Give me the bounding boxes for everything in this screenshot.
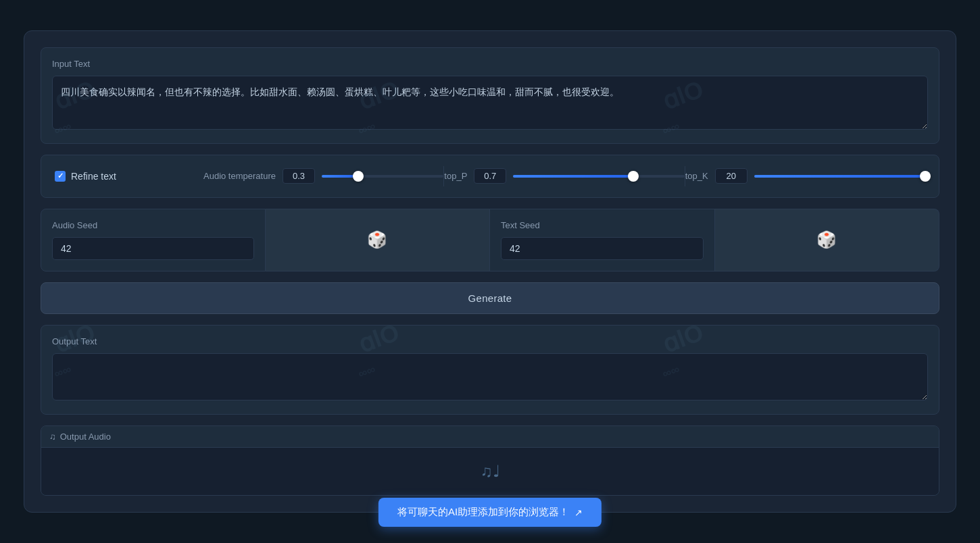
top-p-track[interactable] — [513, 170, 684, 183]
refine-checkbox[interactable] — [55, 171, 66, 182]
dice-icon-text: 🎲 — [816, 230, 837, 249]
bottom-banner[interactable]: 将可聊天的AI助理添加到你的浏览器！ ↗ — [378, 498, 602, 527]
input-text-area[interactable] — [52, 76, 928, 130]
refine-label: Refine text — [71, 171, 116, 182]
top-p-group: top_P 0.7 — [444, 168, 684, 184]
music-placeholder-icon: ♫♩ — [481, 462, 500, 481]
audio-content-area: ♫♩ — [41, 448, 939, 495]
top-p-label: top_P — [444, 171, 467, 181]
generate-button[interactable]: Generate — [41, 282, 939, 314]
refine-section: Refine text — [55, 171, 203, 182]
audio-temperature-label: Audio temperature — [203, 171, 276, 181]
input-text-label: Input Text — [52, 59, 928, 69]
top-k-track[interactable] — [754, 170, 925, 183]
output-text-area[interactable] — [52, 353, 928, 401]
text-seed-dice[interactable]: 🎲 — [715, 209, 940, 272]
output-audio-header: ♫ Output Audio — [41, 426, 939, 448]
main-container: Input Text Refine text Audio temperature… — [24, 30, 956, 513]
output-audio-label: Output Audio — [60, 432, 111, 442]
bottom-banner-text: 将可聊天的AI助理添加到你的浏览器！ — [397, 506, 569, 519]
dice-icon-audio: 🎲 — [367, 230, 387, 249]
output-text-section: Output Text — [41, 325, 939, 415]
audio-seed-input[interactable] — [52, 237, 254, 260]
audio-note-icon: ♫ — [49, 432, 56, 442]
top-k-label: top_K — [685, 171, 708, 181]
top-k-value: 20 — [715, 168, 748, 184]
text-seed-box: Text Seed — [490, 209, 715, 272]
external-link-icon: ↗ — [574, 507, 583, 518]
audio-seed-dice[interactable]: 🎲 — [266, 209, 491, 272]
input-text-section: Input Text — [41, 47, 939, 144]
audio-temperature-value: 0.3 — [283, 168, 315, 184]
text-seed-input[interactable] — [501, 237, 704, 260]
audio-temperature-track[interactable] — [322, 170, 443, 183]
top-p-value: 0.7 — [474, 168, 506, 184]
audio-temperature-group: Audio temperature 0.3 — [203, 168, 443, 184]
seeds-row: Audio Seed 🎲 Text Seed 🎲 — [41, 209, 939, 272]
text-seed-label: Text Seed — [501, 220, 704, 230]
audio-seed-label: Audio Seed — [52, 220, 254, 230]
output-audio-section: ♫ Output Audio ♫♩ — [41, 425, 939, 496]
controls-row: Refine text Audio temperature 0.3 top_P … — [41, 155, 939, 198]
audio-seed-box: Audio Seed — [41, 209, 266, 272]
top-k-group: top_K 20 — [685, 168, 925, 184]
output-text-label: Output Text — [52, 336, 928, 346]
